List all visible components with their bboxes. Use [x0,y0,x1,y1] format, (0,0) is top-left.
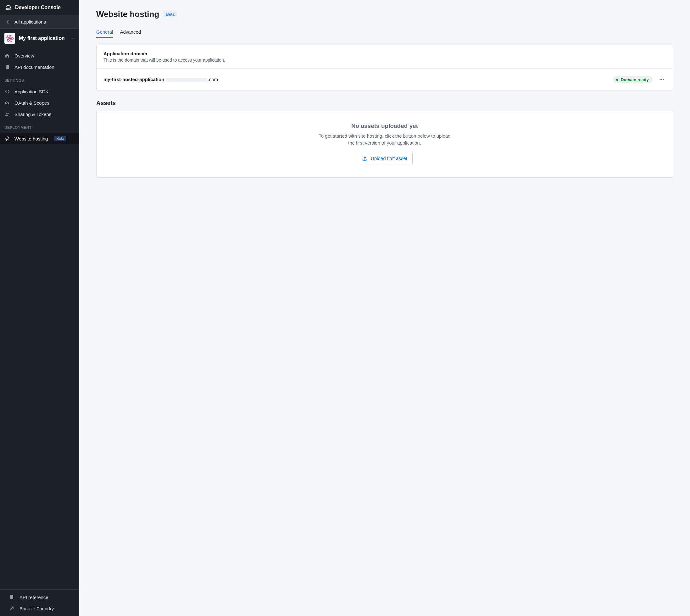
domain-card-title: Application domain [103,51,666,56]
book-icon [9,594,15,600]
caret-down-icon [71,37,75,40]
tabs: General Advanced [96,27,673,38]
book-icon [4,64,10,70]
domain-subdomain: my-first-hosted-application [103,77,164,82]
home-icon [4,53,10,59]
code-icon [4,89,10,94]
sidebar-item-label: OAuth & Scopes [15,100,49,106]
sidebar: Developer Console All applications My fi… [0,0,79,616]
arrow-left-icon [5,20,10,24]
tab-general[interactable]: General [96,27,113,38]
back-label: All applications [15,19,46,24]
sidebar-item-api-docs[interactable]: API documentation [0,61,79,72]
domain-dot: . [164,77,165,82]
page-title: Website hosting [96,9,159,19]
sidebar-item-sdk[interactable]: Application SDK [0,86,79,97]
svg-point-11 [663,79,664,80]
assets-empty-card: No assets uploaded yet To get started wi… [96,111,673,178]
sidebar-item-sharing[interactable]: Sharing & Tokens [0,108,79,120]
sidebar-item-label: Overview [15,53,34,59]
domain-card-body: my-first-hosted-application..com Domain … [97,68,673,90]
beta-badge: Beta [164,11,177,17]
empty-desc: To get started with site hosting, click … [315,133,454,147]
sidebar-item-website-hosting[interactable]: Website hosting Beta [0,133,79,144]
svg-point-7 [6,113,7,114]
tab-advanced[interactable]: Advanced [120,27,141,38]
upload-button-label: Upload first asset [371,156,407,161]
more-horizontal-icon [659,77,665,82]
svg-point-8 [7,113,9,114]
upload-first-asset-button[interactable]: Upload first asset [357,153,413,164]
status-badge: Domain ready [613,76,653,83]
console-logo-icon [5,4,11,11]
status-label: Domain ready [621,77,649,82]
domain-card-header: Application domain This is the domain th… [97,45,673,68]
svg-point-9 [660,79,661,80]
sidebar-item-label: Website hosting [15,136,48,141]
sidebar-header: Developer Console [0,0,79,16]
status-dot-icon [616,79,618,81]
svg-point-6 [5,102,7,104]
section-title-settings: SETTINGS [0,72,79,86]
back-to-all-applications[interactable]: All applications [0,16,79,28]
domain-card-desc: This is the domain that will be used to … [103,58,666,63]
footer-link-label: Back to Foundry [20,606,54,611]
application-icon [4,33,15,44]
section-title-deployment: DEPLOYMENT [0,120,79,133]
key-icon [4,100,10,106]
domain-redacted [166,78,207,82]
console-title: Developer Console [15,5,61,10]
sidebar-footer: API reference Back to Foundry [0,589,79,616]
more-menu-button[interactable] [657,75,666,84]
sidebar-nav: Overview API documentation SETTINGS Appl… [0,48,79,589]
domain-right: Domain ready [613,75,666,84]
sidebar-item-oauth[interactable]: OAuth & Scopes [0,97,79,108]
rocket-icon [4,136,10,141]
sidebar-item-label: Sharing & Tokens [15,112,51,117]
assets-section-title: Assets [96,100,673,107]
sidebar-item-label: Application SDK [15,89,48,94]
svg-point-10 [661,79,662,80]
page-header: Website hosting Beta [96,9,673,19]
beta-badge: Beta [54,136,66,141]
footer-link-label: API reference [20,595,48,600]
domain-card: Application domain This is the domain th… [96,45,673,91]
domain-tld: .com [208,77,218,82]
sidebar-item-label: API documentation [15,64,55,70]
svg-point-2 [9,38,11,39]
external-link-icon [9,606,15,611]
application-selector[interactable]: My first application [0,28,79,48]
upload-icon [362,156,368,161]
footer-api-reference[interactable]: API reference [0,592,79,603]
empty-title: No assets uploaded yet [109,123,660,130]
sidebar-item-overview[interactable]: Overview [0,50,79,61]
application-name: My first application [19,36,67,41]
domain-text: my-first-hosted-application..com [103,77,218,82]
people-icon [4,111,10,117]
main-content: Website hosting Beta General Advanced Ap… [79,0,690,616]
footer-back-to-foundry[interactable]: Back to Foundry [0,603,79,614]
svg-point-0 [6,5,11,10]
